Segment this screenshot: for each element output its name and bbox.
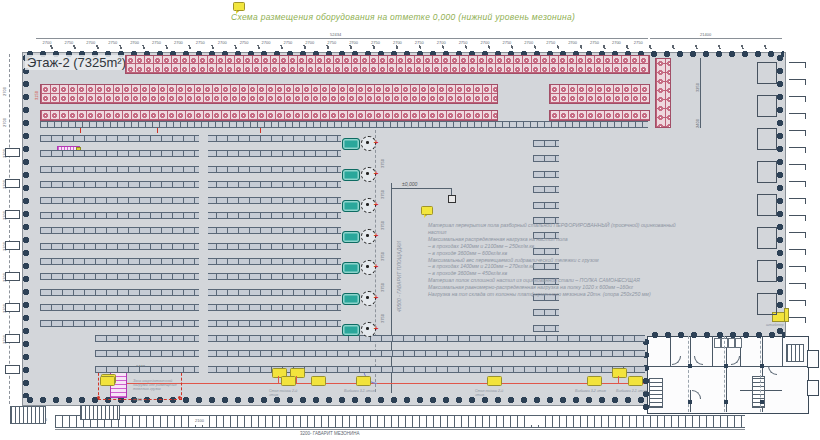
dim-line-vertical xyxy=(700,58,701,128)
toilet-fixture xyxy=(714,338,721,348)
office-column xyxy=(688,400,692,404)
door-leaf-icon xyxy=(789,300,806,306)
dim-label-top: 2700 xyxy=(36,40,58,45)
callout-marker[interactable] xyxy=(487,376,502,386)
forklift-label: штабелер xyxy=(766,323,796,327)
comment-icon[interactable] xyxy=(421,206,433,215)
dim-label-top: 2750 xyxy=(58,40,80,45)
callout-marker[interactable] xyxy=(281,376,296,386)
wall-columns-left xyxy=(22,52,30,398)
picking-machine xyxy=(342,324,360,336)
office-column xyxy=(724,364,728,368)
rack-bay xyxy=(533,186,559,193)
door-leaf-icon xyxy=(789,130,806,136)
dim-label-red: 3150 xyxy=(34,91,39,100)
rack-row xyxy=(40,197,341,204)
dim-line-left-outer xyxy=(9,54,11,404)
dim-label-top: 2700 xyxy=(167,40,189,45)
grid-marker: + xyxy=(372,263,380,271)
toilet-fixture xyxy=(728,338,735,348)
dim-label-mid: 3750 xyxy=(380,212,385,230)
rack-tick-band xyxy=(40,121,648,128)
callout-marker[interactable] xyxy=(612,368,627,378)
rack-row xyxy=(95,350,645,357)
door-leaf-icon xyxy=(789,198,806,204)
dim-label-top: 2700 xyxy=(80,40,102,45)
grid-marker: + xyxy=(372,139,380,147)
drum-rack-vertical xyxy=(655,58,671,128)
comment-icon[interactable] xyxy=(233,2,245,11)
dock-door-pocket xyxy=(757,95,777,117)
callout-marker[interactable] xyxy=(311,376,326,386)
door-leaf-icon xyxy=(5,365,20,374)
office-column xyxy=(724,400,728,404)
leader-line xyxy=(391,188,452,189)
zone-corner xyxy=(97,396,100,399)
rack-bay xyxy=(533,155,559,162)
rack-bay xyxy=(533,309,559,316)
office-column xyxy=(760,364,764,368)
door-leaf-icon xyxy=(789,113,806,119)
dim-label-mid: 3750 xyxy=(380,181,385,199)
rack-bay xyxy=(533,202,559,209)
conveyor-stub xyxy=(618,376,619,383)
grid-marker: + xyxy=(372,232,380,240)
zone-label: Зона сосредоточенной нагрузки для размещ… xyxy=(133,379,179,392)
door-leaf-icon xyxy=(789,79,806,85)
door-leaf-icon xyxy=(5,272,20,281)
callout-marker[interactable] xyxy=(587,376,602,386)
conveyor-stub xyxy=(296,376,297,383)
door-leaf-icon xyxy=(789,266,806,272)
rack-row xyxy=(40,150,341,157)
drum-rack-row xyxy=(125,55,650,74)
dim-overall-right: 21400 xyxy=(700,32,711,37)
office-column xyxy=(688,364,692,368)
dim-label-top: 2750 xyxy=(540,40,562,45)
rack-row xyxy=(40,258,341,265)
dim-label-top: 2750 xyxy=(627,40,649,45)
rack-bay xyxy=(533,140,559,147)
floor-area-label: Этаж-2 (7325m²) xyxy=(25,55,128,70)
callout-marker[interactable] xyxy=(356,376,371,386)
rack-row xyxy=(40,320,341,327)
clearance-line xyxy=(391,183,392,393)
callout-label: Выбивка 3-2 этаж xyxy=(575,389,613,399)
dim-label-top: 2700 xyxy=(605,40,627,45)
rack-row xyxy=(40,273,341,280)
callout-marker[interactable] xyxy=(100,376,115,386)
grid-marker: + xyxy=(372,170,380,178)
dim-line-top-right xyxy=(650,38,782,40)
office-wall xyxy=(670,336,671,366)
picking-machine xyxy=(342,169,360,181)
callout-label: Стол подачи 2-й этаж xyxy=(269,389,307,399)
rack-row xyxy=(40,166,341,173)
door-leaf-icon xyxy=(789,317,806,323)
elevation-label: ±0,000 xyxy=(402,181,417,187)
door-leaf-icon xyxy=(789,232,806,238)
dim-label-top: 2700 xyxy=(299,40,321,45)
dim-label-top: 2700 xyxy=(386,40,408,45)
rack-bay xyxy=(533,325,559,332)
dim-label-top: 2750 xyxy=(365,40,387,45)
dim-label-mid: 3750 xyxy=(380,150,385,168)
drum-rack-row xyxy=(40,84,498,104)
door-leaf-icon xyxy=(5,179,20,188)
dock-gap xyxy=(528,416,540,425)
callout-marker[interactable] xyxy=(628,376,643,386)
floor-plan-drawing: Схема размещения оборудования на отметке… xyxy=(0,0,820,440)
clearance-vertical-text: 40500 - ГАБАРИТ ПЛОЩАДКИ xyxy=(396,241,402,312)
dim-label-top: 2700 xyxy=(474,40,496,45)
callout-label: Выбивка 3-1 этаж xyxy=(344,389,382,399)
dim-label-mid: 3750 xyxy=(380,243,385,261)
office-wall xyxy=(782,336,783,366)
dock-comb-strip xyxy=(55,415,745,428)
door-leaf-icon xyxy=(789,147,806,153)
dim-label-mid: 3750 xyxy=(380,274,385,292)
dim-label-top: 2700 xyxy=(562,40,584,45)
dock-door-pocket xyxy=(757,128,777,150)
picking-machine xyxy=(342,262,360,274)
rack-row xyxy=(40,135,341,142)
door-leaf-icon xyxy=(789,249,806,255)
note-line: Нагрузка на пол склада от колонны платфо… xyxy=(428,291,768,298)
drum-rack-row xyxy=(549,110,650,121)
